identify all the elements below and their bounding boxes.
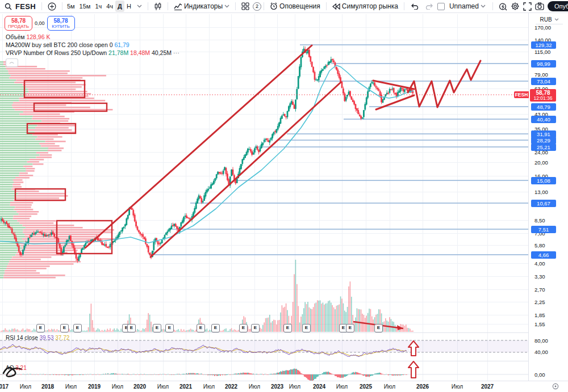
earnings-badge[interactable]: E [251,324,260,332]
price-tick: 20,00 [529,159,568,166]
ao-label: AO [6,365,14,371]
layout-count-badge[interactable]: 2 [253,2,261,11]
quick-search-icon[interactable] [499,2,507,11]
time-label-year: 2023 [271,383,283,390]
replay-button[interactable]: Симулятор рынка [329,1,402,12]
timeframe-dropdown-icon[interactable] [133,1,145,12]
legend-panel: Объём 128,96 K MA200W buy sell BTC 200 c… [6,33,179,57]
buy-button[interactable]: 58,78 КУПИТЬ [47,16,75,31]
vrvp-more-icon[interactable]: ⋯ [173,49,179,56]
ma-value: 61,79 [114,41,129,48]
price-tick: 2,25 [529,299,568,305]
layout-name-button[interactable]: Unnamed [448,1,487,12]
rsi-ma-value: 37,72 [55,335,69,341]
trade-panel: 58,78 ПРОДАТЬ 0,00 58,78 КУПИТЬ [5,16,75,31]
rsi-value: 39,53 [39,335,53,341]
timeframe-button-5м[interactable]: 5м [65,1,77,12]
top-toolbar: FESH 5м15м1ч4чДН Индикаторы [0,0,568,13]
level-price-tag: 73,04 [531,78,556,85]
alerts-button[interactable]: Оповещения [266,1,324,12]
rsi-tick: 40,00 [529,349,568,355]
sell-button[interactable]: 58,78 ПРОДАТЬ [5,16,32,31]
go-to-date-icon[interactable] [552,383,559,390]
vrvp-total-value: 40,25М [152,49,172,56]
volume-label: Объём [6,33,24,40]
alarm-clock-icon [270,2,278,10]
earnings-badge[interactable]: E [73,324,82,332]
timeframe-button-15м[interactable]: 15м [77,1,93,12]
timeframe-button-Н[interactable]: Н [124,1,133,12]
timeframe-button-4ч[interactable]: 4ч [104,1,115,12]
alerts-label: Оповещения [279,2,320,10]
time-label-month: Июл [336,383,348,390]
earnings-badge[interactable]: E [36,324,45,332]
price-tick: 8,50 [529,217,568,224]
chart-style-icon[interactable] [151,1,165,12]
chevron-down-icon [554,18,559,21]
legend-ma-row[interactable]: MA200W buy sell BTC 200 close open 0 61,… [6,41,179,49]
publish-button[interactable]: Опублико [548,1,568,11]
spread-value: 0,00 [35,20,45,26]
level-price-tag: 4,66 [531,251,556,259]
ao-legend[interactable]: AO 3,21 [6,365,27,371]
level-price-tag: 25,21 [531,144,556,151]
earnings-badge[interactable]: E [302,324,311,332]
layout-checkbox[interactable] [437,3,445,10]
level-price-tag: 10,67 [531,200,556,207]
time-label-year: 2025 [360,383,372,390]
time-label-year: 2019 [88,383,101,390]
search-icon[interactable] [5,3,12,10]
rsi-legend[interactable]: RSI 14 close 39,53 37,72 [6,335,69,341]
chevron-down-icon [481,5,486,8]
screenshot-camera-icon[interactable] [535,2,544,10]
legend-vrvp-row[interactable]: VRVP Number Of Rows 250 Up/Down 21,78М 1… [6,49,179,57]
indicators-label: Индикаторы [184,2,223,10]
legend-collapse-button[interactable]: ︿ [6,58,18,67]
timeframe-button-1ч[interactable]: 1ч [93,1,104,12]
level-price-tag: 40,40 [531,116,556,123]
last-price-tag: 58,78 12:01:36 [530,89,556,102]
timeframe-switcher: 5м15м1ч4чДН [65,1,133,12]
earnings-badge[interactable]: E [60,324,69,332]
currency-label: RUB [540,16,552,23]
time-label-year: 2024 [313,383,325,390]
bar-countdown: 12:01:36 [530,96,556,101]
earnings-badge[interactable]: E [197,324,205,332]
compare-add-icon[interactable] [44,1,60,12]
redo-icon[interactable] [422,1,437,12]
earnings-badge[interactable]: E [153,324,161,332]
earnings-badge[interactable]: E [283,324,292,332]
earnings-badge[interactable]: E [127,324,136,332]
layout-grid-icon[interactable] [238,1,253,12]
buy-price: 58,78 [48,18,74,24]
price-tick: 4,00 [529,260,568,267]
ticker-price-chip: FESH [514,91,529,98]
symbol-button[interactable]: FESH [12,1,39,12]
time-label-month: Июл [20,383,31,390]
settings-gear-icon[interactable] [511,2,520,11]
currency-selector[interactable]: RUB [536,15,563,24]
rsi-label: RSI 14 close [6,335,38,341]
time-axis[interactable]: 2017Июл2018Июл2019Июл2020Июл2021Июл2022И… [0,381,568,392]
price-tick: 115,00 [529,49,568,55]
earnings-badge[interactable]: E [239,324,248,332]
price-axis[interactable]: RUB 170,00140,00115,0079,0063,0043,0035,… [528,12,568,381]
undo-icon[interactable] [407,1,422,12]
time-label-month: Июл [157,383,169,390]
vrvp-label: VRVP Number Of Rows 250 Up/Down [6,49,107,56]
sell-price: 58,78 [5,18,32,24]
chart-canvas[interactable] [0,0,568,392]
timeframe-button-Д[interactable]: Д [115,1,124,12]
chevron-down-icon [224,5,229,8]
earnings-badge[interactable]: E [211,324,220,332]
fullscreen-icon[interactable] [523,2,532,11]
indicators-button[interactable]: Индикаторы [170,1,233,12]
price-tick: 170,00 [529,24,568,31]
vrvp-down-value: 18,48М [130,49,150,56]
legend-volume-row[interactable]: Объём 128,96 K [6,33,179,41]
time-label-month: Июл [384,383,395,390]
price-tick: 79,00 [529,71,568,78]
earnings-badge[interactable]: E [165,324,174,332]
earnings-badge[interactable]: E [346,324,354,332]
earnings-badge[interactable]: E [374,324,383,332]
